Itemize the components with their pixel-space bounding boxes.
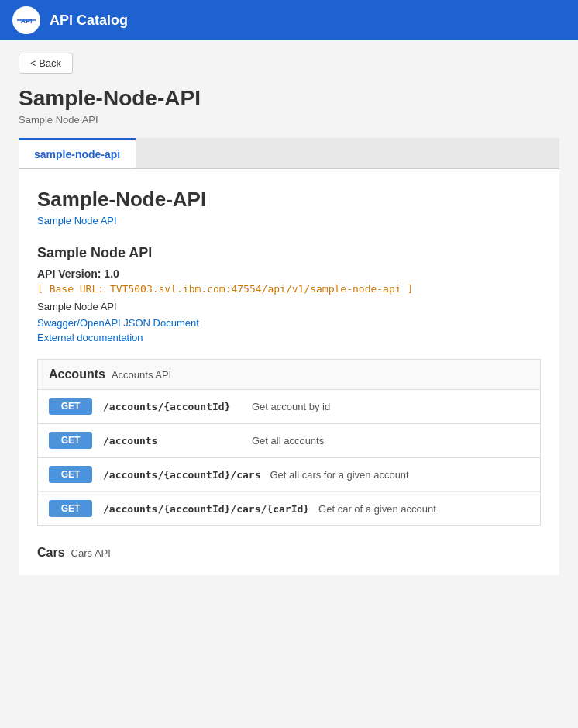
accounts-section: Accounts Accounts API GET /accounts/{acc…: [37, 359, 541, 526]
api-description: Sample Node API: [37, 215, 541, 226]
page-title: Sample-Node-API: [19, 86, 559, 111]
endpoint-path: /accounts/{accountId}/cars: [103, 469, 261, 481]
accounts-section-header: Accounts Accounts API: [38, 360, 540, 390]
table-row[interactable]: GET /accounts/{accountId}/cars Get all c…: [38, 458, 540, 492]
tab-bar: sample-node-api: [19, 138, 559, 169]
accounts-section-name: Accounts: [49, 367, 105, 381]
api-version-label: API Version:: [37, 267, 101, 280]
table-row[interactable]: GET /accounts/{accountId}/cars/{carId} G…: [38, 492, 540, 525]
get-badge: GET: [49, 432, 92, 449]
section-title: Sample Node API: [37, 245, 541, 261]
endpoint-path: /accounts/{accountId}/cars/{carId}: [103, 503, 309, 515]
endpoint-desc: Get car of a given account: [318, 503, 436, 515]
app-header: API API Catalog: [0, 0, 578, 40]
get-badge: GET: [49, 500, 92, 517]
table-row[interactable]: GET /accounts/{accountId} Get account by…: [38, 390, 540, 423]
page-subtitle: Sample Node API: [19, 114, 559, 126]
card-area: Sample-Node-API Sample Node API Sample N…: [19, 169, 559, 575]
endpoint-desc: Get all cars for a given account: [270, 469, 409, 481]
get-badge: GET: [49, 466, 92, 483]
endpoint-path: /accounts/{accountId}: [103, 401, 243, 412]
get-badge: GET: [49, 398, 92, 415]
svg-text:API: API: [20, 17, 32, 25]
base-url: [ Base URL: TVT5003.svl.ibm.com:47554/ap…: [37, 283, 541, 295]
app-title: API Catalog: [50, 12, 128, 29]
api-version: API Version: 1.0: [37, 267, 541, 280]
endpoint-path: /accounts: [103, 435, 243, 447]
accounts-section-label: Accounts API: [112, 369, 171, 381]
tab-sample-node-api[interactable]: sample-node-api: [19, 138, 136, 168]
back-button[interactable]: < Back: [19, 53, 73, 74]
main-content: < Back Sample-Node-API Sample Node API s…: [0, 40, 578, 588]
cars-section-label: Cars API: [71, 547, 111, 559]
api-desc-text: Sample Node API: [37, 301, 541, 312]
cars-section-header: Cars Cars API: [37, 538, 541, 563]
api-name: Sample-Node-API: [37, 188, 541, 212]
external-doc-link[interactable]: External documentation: [37, 332, 541, 343]
endpoint-desc: Get account by id: [252, 401, 330, 412]
api-version-value: 1.0: [104, 267, 119, 280]
cars-section-name: Cars: [37, 546, 65, 560]
swagger-link[interactable]: Swagger/OpenAPI JSON Document: [37, 317, 541, 329]
endpoint-desc: Get all accounts: [252, 435, 324, 447]
table-row[interactable]: GET /accounts Get all accounts: [38, 424, 540, 457]
app-logo: API: [12, 6, 40, 34]
